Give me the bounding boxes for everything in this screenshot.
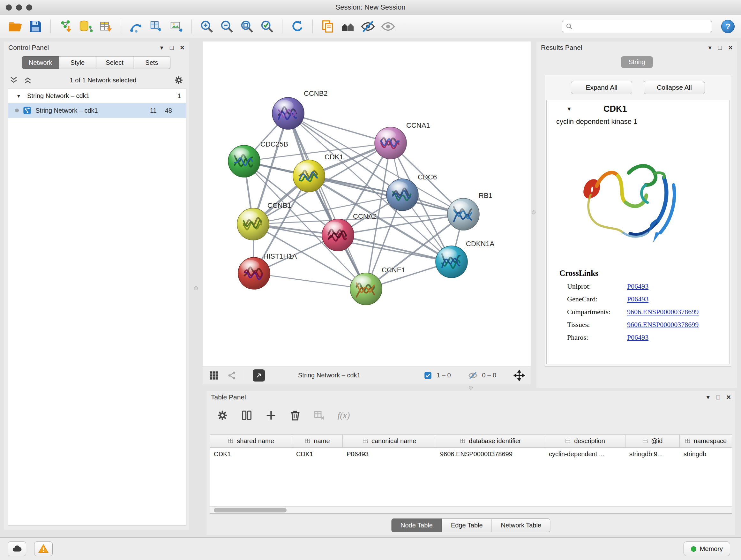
column-header-database-identifier[interactable]: database identifier — [436, 435, 545, 447]
expand-all-button[interactable]: Expand All — [571, 81, 632, 94]
delete-column-icon[interactable] — [287, 407, 304, 424]
scrollbar-thumb[interactable] — [214, 508, 286, 512]
network-edge[interactable] — [288, 113, 366, 289]
network-node-CCNA1[interactable] — [375, 127, 407, 159]
column-header-namespace[interactable]: namespace — [680, 435, 732, 447]
import-network-file-icon[interactable] — [57, 17, 75, 36]
grid-view-icon[interactable] — [208, 370, 219, 381]
network-node-CCNE1[interactable] — [350, 273, 382, 305]
search-box[interactable] — [562, 20, 712, 33]
panel-collapse-icon[interactable]: ▾ — [706, 394, 710, 400]
cell-id: stringdb:9... — [625, 448, 680, 462]
network-table-icon[interactable] — [147, 17, 165, 36]
minimize-window-button[interactable] — [16, 4, 22, 10]
birds-eye-icon[interactable] — [227, 370, 237, 381]
hidden-eye-slash-icon[interactable] — [468, 371, 478, 380]
column-header-id[interactable]: @id — [625, 435, 680, 447]
left-splitter-handle[interactable] — [194, 287, 198, 290]
network-row[interactable]: String Network – cdk1 11 48 — [8, 103, 186, 118]
cloud-button[interactable] — [8, 542, 26, 556]
import-table-icon[interactable] — [97, 17, 115, 36]
network-from-selection-icon[interactable] — [127, 17, 145, 36]
table-options-gear-icon[interactable] — [214, 407, 231, 424]
show-columns-icon[interactable] — [239, 407, 255, 424]
column-header-shared-name[interactable]: shared name — [210, 435, 292, 447]
gene-detail-card: ▼ CDK1 cyclin-dependent kinase 1 — [546, 100, 730, 364]
tab-network-table[interactable]: Network Table — [492, 518, 550, 532]
right-splitter-handle[interactable] — [532, 210, 536, 214]
panel-collapse-icon[interactable]: ▾ — [709, 44, 712, 51]
crosslink-tissues-link[interactable]: 9606.ENSP00000378699 — [627, 320, 698, 329]
crosslink-row: Pharos: P06493 — [547, 333, 729, 341]
zoom-out-icon[interactable] — [218, 17, 236, 36]
tab-sets[interactable]: Sets — [133, 56, 171, 69]
expander-icon[interactable]: ▼ — [16, 93, 23, 99]
network-node-CDC6[interactable] — [387, 179, 418, 211]
table-row[interactable]: CDK1 CDK1 P06493 9606.ENSP00000378699 cy… — [210, 448, 732, 462]
panel-float-icon[interactable]: □ — [718, 44, 722, 51]
column-header-description[interactable]: description — [545, 435, 625, 447]
network-node-CDC25B[interactable] — [228, 145, 260, 177]
node-label-CCNA1: CCNA1 — [406, 121, 430, 129]
network-options-gear-icon[interactable] — [174, 75, 184, 85]
close-window-button[interactable] — [6, 4, 12, 10]
crosslink-uniprot-link[interactable]: P06493 — [627, 282, 649, 291]
panel-close-icon[interactable]: × — [180, 44, 185, 51]
crosslink-pharos-link[interactable]: P06493 — [627, 333, 649, 341]
annotation-mode-button[interactable] — [253, 369, 265, 381]
zoom-window-button[interactable] — [26, 4, 32, 10]
collapse-all-button[interactable]: Collapse All — [644, 81, 705, 94]
zoom-in-icon[interactable] — [198, 17, 216, 36]
network-node-HIST1H1A[interactable] — [238, 257, 270, 289]
gene-expander-icon[interactable]: ▼ — [566, 106, 572, 112]
open-session-icon[interactable] — [6, 17, 24, 36]
panel-close-icon[interactable]: × — [728, 44, 733, 51]
warnings-button[interactable] — [34, 542, 53, 556]
memory-button[interactable]: Memory — [684, 542, 730, 556]
zoom-fit-icon[interactable] — [238, 17, 256, 36]
network-node-CCNA2[interactable] — [322, 219, 354, 251]
pan-crosshair-icon[interactable] — [514, 370, 525, 381]
network-collection-row[interactable]: ▼ String Network – cdk1 1 — [8, 88, 186, 103]
column-sort-icon — [565, 438, 571, 444]
export-image-icon[interactable] — [167, 17, 185, 36]
network-edge[interactable] — [254, 273, 366, 289]
show-all-icon[interactable] — [379, 17, 397, 36]
refresh-layout-icon[interactable] — [288, 17, 307, 36]
copy-documents-icon[interactable] — [319, 17, 337, 36]
first-neighbors-icon[interactable] — [339, 17, 357, 36]
column-sort-icon — [460, 438, 466, 444]
column-header-canonical-name[interactable]: canonical name — [343, 435, 436, 447]
crosslink-compartments-link[interactable]: 9606.ENSP00000378699 — [627, 308, 698, 316]
network-node-RB1[interactable] — [448, 198, 479, 230]
tab-edge-table[interactable]: Edge Table — [442, 518, 492, 532]
search-input[interactable] — [576, 23, 709, 30]
panel-float-icon[interactable]: □ — [716, 394, 720, 400]
network-node-CDKN1A[interactable] — [435, 246, 468, 278]
tab-string[interactable]: String — [621, 56, 653, 68]
network-node-CCNB1[interactable] — [237, 208, 269, 240]
tab-style[interactable]: Style — [59, 56, 96, 69]
help-button[interactable]: ? — [721, 20, 735, 33]
network-canvas[interactable]: CCNB2CCNA1CDC25BCDK1CDC6RB1CCNB1CCNA2CDK… — [203, 42, 531, 367]
tab-select[interactable]: Select — [96, 56, 133, 69]
column-header-name[interactable]: name — [292, 435, 343, 447]
crosslink-genecard-link[interactable]: P06493 — [627, 295, 649, 303]
panel-float-icon[interactable]: □ — [170, 44, 174, 51]
add-column-icon[interactable] — [263, 407, 279, 424]
network-node-CDK1[interactable] — [293, 160, 325, 192]
bottom-splitter-handle[interactable] — [469, 386, 473, 389]
tab-node-table[interactable]: Node Table — [391, 518, 442, 532]
expand-all-icon[interactable] — [23, 75, 32, 85]
import-network-database-icon[interactable] — [77, 17, 95, 36]
collapse-all-icon[interactable] — [9, 75, 18, 85]
hide-selected-icon[interactable] — [359, 17, 377, 36]
panel-collapse-icon[interactable]: ▾ — [160, 44, 163, 51]
zoom-selected-icon[interactable] — [258, 17, 276, 36]
panel-close-icon[interactable]: × — [726, 393, 731, 401]
horizontal-scrollbar[interactable] — [210, 506, 732, 513]
selected-checkbox-icon[interactable] — [424, 371, 432, 380]
network-node-CCNB2[interactable] — [272, 98, 304, 129]
save-session-icon[interactable] — [26, 17, 44, 36]
tab-network[interactable]: Network — [22, 56, 59, 69]
